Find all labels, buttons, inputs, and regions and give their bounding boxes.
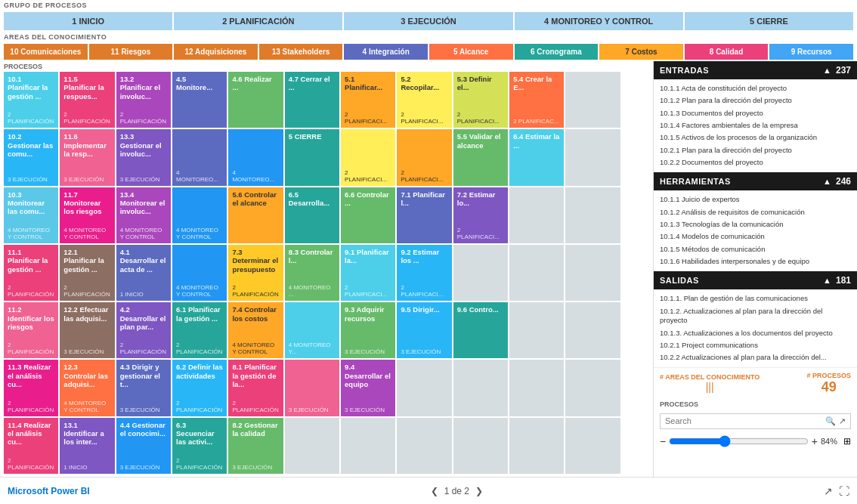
- cell-11-5[interactable]: 11.5 Planificar la respues... 2 PLANIFIC…: [60, 72, 114, 128]
- ka-calidad[interactable]: 8 Calidad: [685, 44, 769, 60]
- ka-comunicaciones[interactable]: 10 Comunicaciones: [4, 44, 88, 60]
- cell-7-4[interactable]: 7.4 Controlar los costos 4 MONITOREO Y C…: [228, 302, 283, 358]
- cell-5-5[interactable]: 5.5 Validar el alcance: [453, 129, 508, 185]
- ka-integracion[interactable]: 4 Integración: [344, 44, 428, 60]
- cell-9-3[interactable]: 9.3 Adquirir recursos 3 EJECUCIÓN: [341, 302, 395, 358]
- cell-11-2[interactable]: 11.2 Identificar los riesgos 2 PLANIFICA…: [4, 302, 58, 358]
- cell-13-2[interactable]: 13.2 Planificar el involuc... 2 PLANIFIC…: [116, 72, 171, 128]
- herramienta-item-1: 10.1.1 Juicio de expertos: [660, 193, 851, 206]
- cell-empty-9: [509, 245, 564, 301]
- cell-8-3[interactable]: 8.3 Controlar l... 4 MONITOREO ...: [285, 245, 339, 301]
- cell-9-4[interactable]: 9.4 Desarrollar el equipo 3 EJECUCIÓN: [341, 360, 395, 416]
- cell-8-2[interactable]: 8.2 Gestionar la calidad 3 EJECUCIÓN: [228, 418, 283, 474]
- zoom-out-button[interactable]: −: [660, 435, 666, 447]
- cell-empty-20: [285, 418, 339, 474]
- cell-4-1[interactable]: 4.1 Desarrollar el acta de ... 1 INICIO: [116, 245, 171, 301]
- cell-r3c4[interactable]: 4 MONITOREO Y CONTROL: [172, 187, 227, 243]
- cell-5-2[interactable]: 5.2 Recopilar... 2 PLANIFICACI...: [397, 72, 451, 128]
- search-icon[interactable]: 🔍: [825, 416, 836, 426]
- cell-8-1[interactable]: 8.1 Planificar la gestión de la... 2 PLA…: [228, 360, 283, 416]
- cell-5-3[interactable]: 5.3 Definir el... 2 PLANIFICACI...: [453, 72, 508, 128]
- cell-5-6[interactable]: 5.6 Controlar el alcance: [228, 187, 283, 243]
- cell-r5c6[interactable]: 4 MONITOREO Y...: [285, 302, 339, 358]
- cell-12-2[interactable]: 12.2 Efectuar las adquisi... 3 EJECUCIÓN: [60, 302, 114, 358]
- cell-7-1[interactable]: 7.1 Planificar l...: [397, 187, 451, 243]
- cell-9-5[interactable]: 9.5 Dirigir... 3 EJECUCIÓN: [397, 302, 451, 358]
- zoom-slider[interactable]: [669, 435, 809, 447]
- ka-stakeholders[interactable]: 13 Stakeholders: [259, 44, 343, 60]
- ka-riesgos[interactable]: 11 Riesgos: [89, 44, 173, 60]
- knowledge-areas-row: 10 Comunicaciones 11 Riesgos 12 Adquisic…: [0, 42, 857, 61]
- cell-12-1[interactable]: 12.1 Planificar la gestión ... 2 PLANIFI…: [60, 245, 114, 301]
- cell-11-6[interactable]: 11.6 Implementar la resp... 3 EJECUCIÓN: [60, 129, 114, 185]
- cell-13-1[interactable]: 13.1 Identificar a los inter... 1 INICIO: [60, 418, 114, 474]
- fit-page-icon[interactable]: ⊞: [843, 436, 851, 447]
- herramienta-item-6: 10.1.6 Habilidades interpersonales y de …: [660, 255, 851, 267]
- cell-7-3[interactable]: 7.3 Determinar el presupuesto 2 PLANIFIC…: [228, 245, 283, 301]
- pg-planificacion[interactable]: 2 PLANIFICACIÓN: [174, 12, 342, 30]
- search-input[interactable]: [665, 416, 825, 425]
- cell-6-5[interactable]: 6.5 Desarrolla...: [285, 187, 339, 243]
- next-page-button[interactable]: ❯: [475, 486, 483, 496]
- entrada-item-4: 10.1.4 Factores ambientales de la empres…: [660, 119, 851, 131]
- cell-4-7[interactable]: 4.7 Cerrar el ...: [285, 72, 339, 128]
- cell-6-4[interactable]: 6.4 Estimar la ...: [509, 129, 564, 185]
- footer-nav[interactable]: ❮ 1 de 2 ❯: [431, 486, 483, 496]
- cell-empty-14: [622, 302, 649, 358]
- entradas-header[interactable]: ENTRADAS ▲ 237: [654, 61, 857, 79]
- expand-herramientas-icon: ▲: [823, 177, 831, 186]
- cell-9-1[interactable]: 9.1 Planificar la... 2 PLANIFICACI...: [341, 245, 395, 301]
- cell-4-5[interactable]: 4.5 Monitore...: [172, 72, 227, 128]
- pg-cierre[interactable]: 5 CIERRE: [685, 12, 853, 30]
- ka-recursos[interactable]: 9 Recursos: [769, 44, 853, 60]
- cell-10-3[interactable]: 10.3 Monitorear las comu... 4 MONITOREO …: [4, 187, 58, 243]
- cell-5-4[interactable]: 5.4 Crear la E... 2 PLANIFICAC...: [509, 72, 564, 128]
- cell-11-1[interactable]: 11.1 Planificar la gestión ... 2 PLANIFI…: [4, 245, 58, 301]
- cell-11-4[interactable]: 11.4 Realizar el análisis cu... 2 PLANIF…: [4, 418, 58, 474]
- cell-r6c6[interactable]: 3 EJECUCIÓN: [285, 360, 339, 416]
- pg-inicio[interactable]: 1 INICIO: [4, 12, 172, 30]
- cell-10-2[interactable]: 10.2 Gestionar las comu... 3 EJECUCIÓN: [4, 129, 58, 185]
- ka-cronograma[interactable]: 6 Cronograma: [515, 44, 599, 60]
- cell-4-6[interactable]: 4.6 Realizar ...: [228, 72, 283, 128]
- share-icon[interactable]: ↗: [824, 485, 833, 497]
- cell-11-7[interactable]: 11.7 Monitorear los riesgos 4 MONITOREO …: [60, 187, 114, 243]
- cell-6-2[interactable]: 6.2 Definir las actividades 2 PLANIFICAC…: [172, 360, 227, 416]
- cell-5-cierre[interactable]: 5 CIERRE: [285, 129, 339, 185]
- cell-6-1[interactable]: 6.1 Planificar la gestión ... 2 PLANIFIC…: [172, 302, 227, 358]
- cell-13-4[interactable]: 13.4 Monitorear el involuc... 4 MONITORE…: [116, 187, 171, 243]
- cell-9-6[interactable]: 9.6 Contro...: [453, 302, 508, 358]
- cell-4-2[interactable]: 4.2 Desarrollar el plan par... 2 PLANIFI…: [116, 302, 171, 358]
- cell-11-3[interactable]: 11.3 Realizar el análisis cu... 2 PLANIF…: [4, 360, 58, 416]
- cell-6-3[interactable]: 6.3 Secuenciar las activi... 2 PLANIFICA…: [172, 418, 227, 474]
- cell-13-3[interactable]: 13.3 Gestionar el involuc... 3 EJECUCIÓN: [116, 129, 171, 185]
- cell-empty-12: [509, 302, 564, 358]
- cell-9-2[interactable]: 9.2 Estimar los ... 2 PLANIFICACI...: [397, 245, 451, 301]
- cell-r4c4[interactable]: 4 MONITOREO Y CONTROL: [172, 245, 227, 301]
- filter-icon[interactable]: ↗: [839, 416, 846, 426]
- pg-ejecucion[interactable]: 3 EJECUCIÓN: [344, 12, 512, 30]
- cell-4-3[interactable]: 4.3 Dirigir y gestionar el t... 3 EJECUC…: [116, 360, 171, 416]
- ka-adquisiciones[interactable]: 12 Adquisiciones: [174, 44, 258, 60]
- zoom-in-button[interactable]: +: [812, 435, 818, 447]
- cell-r2c7[interactable]: 2 PLANIFICACI...: [341, 129, 395, 185]
- fullscreen-icon[interactable]: ⛶: [839, 485, 849, 497]
- cell-4-4[interactable]: 4.4 Gestionar el conocimi... 3 EJECUCIÓN: [116, 418, 171, 474]
- herramientas-header[interactable]: HERRAMIENTAS ▲ 246: [654, 172, 857, 190]
- cell-10-1[interactable]: 10.1 Planificar la gestión ... 2 PLANIFI…: [4, 72, 58, 128]
- prev-page-button[interactable]: ❮: [431, 486, 438, 496]
- cell-7-2[interactable]: 7.2 Estimar lo... 2 PLANIFICACI...: [453, 187, 508, 243]
- search-box[interactable]: 🔍 ↗: [660, 413, 851, 429]
- brand-label: Microsoft Power BI: [8, 486, 90, 496]
- entrada-item-6: 10.2.1 Plan para la dirección del proyec…: [660, 144, 851, 156]
- cell-4-mon1[interactable]: 4 MONITOREO...: [172, 129, 227, 185]
- pg-monitoreo[interactable]: 4 MONITOREO Y CONTROL: [515, 12, 683, 30]
- ka-alcance[interactable]: 5 Alcance: [429, 44, 513, 60]
- salidas-header[interactable]: SALIDAS ▲ 181: [654, 271, 857, 289]
- cell-r2c8[interactable]: 2 PLANIFICACI...: [397, 129, 451, 185]
- cell-6-6[interactable]: 6.6 Controlar ...: [341, 187, 395, 243]
- cell-12-3[interactable]: 12.3 Controlar las adquisi... 4 MONITORE…: [60, 360, 114, 416]
- cell-5-1[interactable]: 5.1 Planificar... 2 PLANIFICACI...: [341, 72, 395, 128]
- ka-costos[interactable]: 7 Costos: [599, 44, 683, 60]
- cell-4-mon2[interactable]: 4 MONITOREO...: [228, 129, 283, 185]
